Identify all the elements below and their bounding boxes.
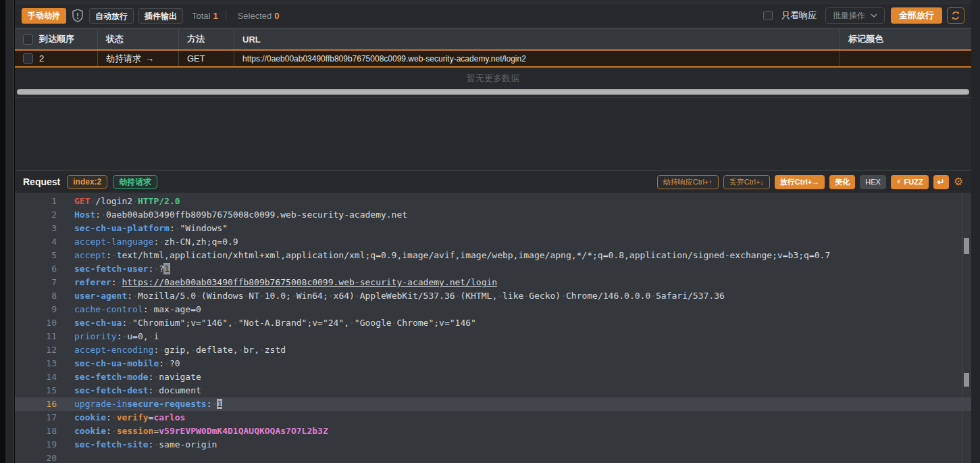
row-checkbox[interactable] (23, 53, 33, 64)
left-rail (5, 0, 14, 463)
line-number: 16 (15, 397, 57, 411)
hex-button[interactable]: HEX (860, 175, 886, 189)
selected-counter: Selected0 (238, 11, 280, 21)
main-content: 手动劫持 自动放行 插件输出 Total1 Selected0 只看响应 (15, 0, 971, 463)
editor-line[interactable]: 7referer:·https://0aeb00ab03490ffb809b76… (15, 276, 971, 289)
header-order[interactable]: 到达顺序 (15, 29, 97, 49)
header-url[interactable]: URL (234, 29, 840, 49)
line-number: 2 (15, 208, 57, 222)
row-url-cell: https://0aeb00ab03490ffb809b7675008c0099… (234, 51, 840, 66)
code-text: referer:·https://0aeb00ab03490ffb809b767… (74, 276, 497, 289)
line-number: 7 (15, 276, 57, 289)
discard-button[interactable]: 丢弃Ctrl+↓ (723, 175, 770, 189)
request-header: Request index:2 劫持请求 劫持响应Ctrl+↑ 丢弃Ctrl+↓… (15, 171, 971, 193)
batch-actions-dropdown[interactable]: 批量操作 (825, 7, 885, 24)
status-label: 劫持请求 (106, 53, 141, 65)
editor-line[interactable]: 3sec-ch-ua-platform:·"Windows" (15, 222, 971, 235)
line-number: 15 (15, 384, 57, 397)
code-text: accept-language:·zh-CN,zh;q=0.9 (74, 235, 238, 249)
editor-line[interactable]: 18cookie:·session=v59rEVPW0DmK4D1QAUQKOQ… (15, 424, 971, 438)
editor-line[interactable]: 2Host:·0aeb00ab03490ffb809b7675008c0099.… (15, 208, 971, 222)
selected-label: Selected (238, 11, 272, 21)
panel-gap (15, 98, 971, 170)
line-number: 10 (15, 316, 57, 330)
chevron-down-icon (871, 14, 877, 18)
line-number: 14 (15, 370, 57, 384)
total-value: 1 (213, 11, 217, 21)
enter-button[interactable]: ↵ (933, 175, 949, 189)
only-response-checkbox[interactable] (763, 11, 773, 20)
code-text: upgrade-insecure-requests:·1 (74, 397, 222, 411)
window-left-edge (0, 0, 5, 463)
arrow-right-icon: → (145, 53, 154, 64)
gear-icon[interactable]: ⚙ (954, 176, 963, 187)
line-number: 19 (15, 438, 57, 452)
editor-line[interactable]: 8user-agent:·Mozilla/5.0·(Windows·NT·10.… (15, 289, 971, 303)
editor-line[interactable]: 19sec-fetch-site:·same-origin (15, 438, 971, 452)
code-text: cookie:·session=v59rEVPW0DmK4D1QAUQKOQAs… (74, 424, 328, 438)
code-text: sec-ch-ua:·"Chromium";v="146",·"Not-A.Br… (74, 316, 476, 330)
editor-line[interactable]: 10sec-ch-ua:·"Chromium";v="146",·"Not-A.… (15, 316, 971, 330)
request-actions: 劫持响应Ctrl+↑ 丢弃Ctrl+↓ 放行Ctrl+→ 美化 HEX ⚡ FU… (657, 175, 963, 189)
scrollbar-mark-2 (964, 373, 969, 387)
line-number: 12 (15, 343, 57, 357)
editor-line[interactable]: 4accept-language:·zh-CN,zh;q=0.9 (15, 235, 971, 249)
table-row[interactable]: 2 劫持请求 → GET https://0aeb00ab03490ffb809… (15, 49, 971, 68)
fuzz-button[interactable]: ⚡ FUZZ (891, 175, 929, 189)
editor-line[interactable]: 17cookie:·verify=carlos (15, 411, 971, 424)
code-text: cookie:·verify=carlos (74, 411, 185, 424)
editor-line[interactable]: 13sec-ch-ua-mobile:·?0 (15, 357, 971, 370)
editor-line[interactable]: 16upgrade-insecure-requests:·1 (15, 397, 971, 411)
row-order-cell: 2 (15, 51, 97, 66)
request-editor[interactable]: 1GET·/login2·HTTP/2.02Host:·0aeb00ab0349… (15, 193, 971, 463)
only-response-label: 只看响应 (781, 9, 817, 22)
header-status[interactable]: 状态 (97, 29, 178, 49)
line-number: 20 (15, 452, 57, 463)
right-rail (971, 0, 980, 463)
divider (226, 11, 226, 20)
code-text: priority:·u=0,·i (74, 330, 159, 343)
table-hscroll-zone (15, 89, 971, 98)
request-title: Request (23, 176, 60, 187)
editor-vertical-scrollbar[interactable] (962, 193, 969, 463)
release-all-button[interactable]: 全部放行 (891, 7, 942, 24)
request-panel: Request index:2 劫持请求 劫持响应Ctrl+↑ 丢弃Ctrl+↓… (15, 170, 971, 463)
shield-alert-icon[interactable] (71, 8, 84, 23)
line-number: 4 (15, 235, 57, 249)
code-text: cache-control:·max-age=0 (74, 303, 201, 316)
editor-line[interactable]: 6sec-fetch-user:·?1 (15, 262, 971, 276)
editor-line[interactable]: 20 (15, 452, 971, 463)
scrollbar-mark-1 (964, 238, 969, 254)
editor-line[interactable]: 9cache-control:·max-age=0 (15, 303, 971, 316)
total-counter: Total1 (192, 11, 218, 21)
editor-line[interactable]: 5accept:·text/html,application/xhtml+xml… (15, 249, 971, 262)
manual-hijack-button[interactable]: 手动劫持 (22, 8, 66, 24)
editor-line[interactable]: 15sec-fetch-dest:·document (15, 384, 971, 397)
editor-line[interactable]: 14sec-fetch-mode:·navigate (15, 370, 971, 384)
release-button[interactable]: 放行Ctrl+→ (775, 175, 825, 189)
intercept-toolbar: 手动劫持 自动放行 插件输出 Total1 Selected0 只看响应 (15, 3, 971, 28)
horizontal-scrollbar[interactable] (17, 89, 969, 95)
selected-value: 0 (274, 11, 279, 21)
plugin-output-button[interactable]: 插件输出 (138, 8, 183, 24)
refresh-button[interactable] (947, 7, 964, 24)
auto-release-button[interactable]: 自动放行 (89, 8, 134, 24)
hijack-response-button[interactable]: 劫持响应Ctrl+↑ (657, 175, 719, 189)
editor-line[interactable]: 1GET·/login2·HTTP/2.0 (15, 195, 971, 208)
fuzz-label: FUZZ (904, 178, 923, 186)
editor-lines: 1GET·/login2·HTTP/2.02Host:·0aeb00ab0349… (15, 195, 971, 463)
app-root: 手动劫持 自动放行 插件输出 Total1 Selected0 只看响应 (0, 0, 980, 463)
code-text: sec-ch-ua-platform:·"Windows" (74, 222, 228, 235)
header-method[interactable]: 方法 (178, 29, 234, 49)
beautify-button[interactable]: 美化 (829, 175, 855, 189)
header-mark-color[interactable]: 标记颜色 (840, 29, 971, 49)
code-text: GET·/login2·HTTP/2.0 (74, 195, 180, 208)
editor-line[interactable]: 12accept-encoding:·gzip,·deflate,·br,·zs… (15, 343, 971, 357)
code-text: sec-fetch-mode:·navigate (74, 370, 201, 384)
select-all-checkbox[interactable] (23, 34, 33, 45)
header-order-label: 到达顺序 (39, 33, 74, 45)
editor-line[interactable]: 11priority:·u=0,·i (15, 330, 971, 343)
code-text: sec-fetch-dest:·document (74, 384, 201, 397)
line-number: 5 (15, 249, 57, 262)
line-number: 8 (15, 289, 57, 303)
